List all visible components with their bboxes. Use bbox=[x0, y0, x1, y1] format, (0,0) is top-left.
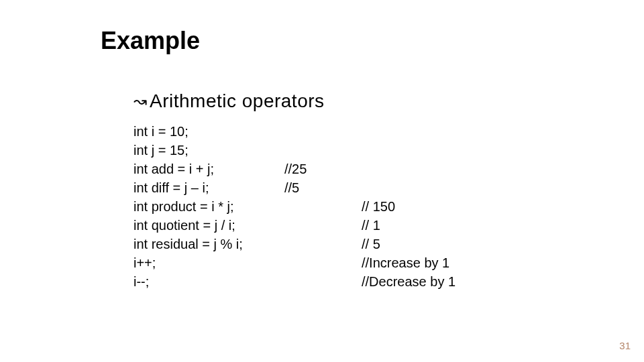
code-line: int quotient = j / i; // 1 bbox=[133, 216, 455, 235]
code-comment: //Increase by 1 bbox=[362, 253, 449, 272]
code-comment bbox=[284, 216, 362, 235]
code-line: int add = i + j; //25 bbox=[133, 160, 455, 178]
code-line: i++; //Increase by 1 bbox=[133, 253, 455, 272]
code-stmt: int residual = j % i; bbox=[133, 235, 284, 253]
code-stmt: int diff = j – i; bbox=[133, 178, 284, 197]
code-comment bbox=[284, 197, 362, 216]
code-comment: //25 bbox=[284, 160, 362, 178]
code-comment bbox=[284, 235, 362, 253]
code-comment: //5 bbox=[284, 178, 362, 197]
code-block: int i = 10; int j = 15; int add = i + j;… bbox=[133, 122, 455, 291]
squiggly-arrow-icon: ↝ bbox=[133, 93, 147, 109]
code-comment: //Decrease by 1 bbox=[362, 272, 455, 291]
code-stmt: int j = 15; bbox=[133, 141, 284, 160]
code-line: int j = 15; bbox=[133, 141, 455, 160]
code-stmt: int product = i * j; bbox=[133, 197, 284, 216]
code-comment bbox=[284, 122, 362, 141]
code-line: int i = 10; bbox=[133, 122, 455, 141]
code-line: int diff = j – i; //5 bbox=[133, 178, 455, 197]
slide-title: Example bbox=[101, 27, 200, 55]
code-comment bbox=[284, 141, 362, 160]
code-comment: // 150 bbox=[362, 197, 395, 216]
code-stmt: int add = i + j; bbox=[133, 160, 284, 178]
code-stmt: int i = 10; bbox=[133, 122, 284, 141]
bullet-item: ↝ Arithmetic operators bbox=[133, 90, 325, 112]
code-comment bbox=[284, 253, 362, 272]
code-line: i--; //Decrease by 1 bbox=[133, 272, 455, 291]
code-comment: // 1 bbox=[362, 216, 380, 235]
code-stmt: i++; bbox=[133, 253, 284, 272]
code-stmt: i--; bbox=[133, 272, 284, 291]
code-stmt: int quotient = j / i; bbox=[133, 216, 284, 235]
code-line: int product = i * j; // 150 bbox=[133, 197, 455, 216]
page-number: 31 bbox=[619, 340, 631, 351]
code-line: int residual = j % i; // 5 bbox=[133, 235, 455, 253]
code-comment bbox=[284, 272, 362, 291]
code-comment: // 5 bbox=[362, 235, 380, 253]
bullet-text: Arithmetic operators bbox=[150, 90, 325, 112]
